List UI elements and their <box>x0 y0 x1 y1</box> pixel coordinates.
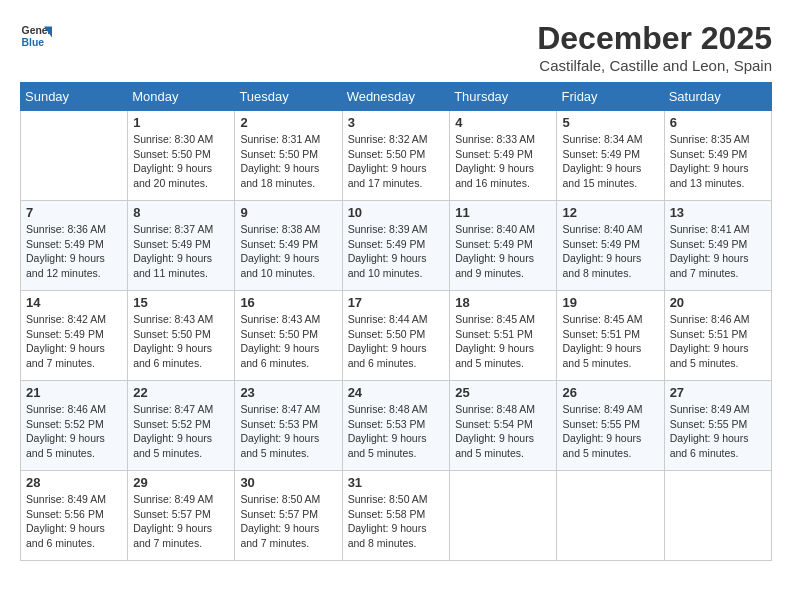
location-subtitle: Castilfale, Castille and Leon, Spain <box>537 57 772 74</box>
day-info: Sunrise: 8:40 AMSunset: 5:49 PMDaylight:… <box>455 222 551 281</box>
day-info: Sunrise: 8:38 AMSunset: 5:49 PMDaylight:… <box>240 222 336 281</box>
day-number: 18 <box>455 295 551 310</box>
svg-text:Blue: Blue <box>22 37 45 48</box>
day-info: Sunrise: 8:44 AMSunset: 5:50 PMDaylight:… <box>348 312 445 371</box>
table-row: 31Sunrise: 8:50 AMSunset: 5:58 PMDayligh… <box>342 471 450 561</box>
day-info: Sunrise: 8:48 AMSunset: 5:53 PMDaylight:… <box>348 402 445 461</box>
day-number: 27 <box>670 385 766 400</box>
day-number: 3 <box>348 115 445 130</box>
table-row: 11Sunrise: 8:40 AMSunset: 5:49 PMDayligh… <box>450 201 557 291</box>
day-info: Sunrise: 8:32 AMSunset: 5:50 PMDaylight:… <box>348 132 445 191</box>
table-row: 5Sunrise: 8:34 AMSunset: 5:49 PMDaylight… <box>557 111 664 201</box>
day-number: 4 <box>455 115 551 130</box>
table-row: 25Sunrise: 8:48 AMSunset: 5:54 PMDayligh… <box>450 381 557 471</box>
day-info: Sunrise: 8:42 AMSunset: 5:49 PMDaylight:… <box>26 312 122 371</box>
day-number: 1 <box>133 115 229 130</box>
table-row: 23Sunrise: 8:47 AMSunset: 5:53 PMDayligh… <box>235 381 342 471</box>
day-number: 17 <box>348 295 445 310</box>
day-number: 2 <box>240 115 336 130</box>
day-number: 20 <box>670 295 766 310</box>
calendar-week-4: 21Sunrise: 8:46 AMSunset: 5:52 PMDayligh… <box>21 381 772 471</box>
day-number: 7 <box>26 205 122 220</box>
day-info: Sunrise: 8:47 AMSunset: 5:53 PMDaylight:… <box>240 402 336 461</box>
table-row: 6Sunrise: 8:35 AMSunset: 5:49 PMDaylight… <box>664 111 771 201</box>
day-info: Sunrise: 8:50 AMSunset: 5:58 PMDaylight:… <box>348 492 445 551</box>
col-friday: Friday <box>557 83 664 111</box>
day-number: 21 <box>26 385 122 400</box>
day-number: 9 <box>240 205 336 220</box>
day-info: Sunrise: 8:50 AMSunset: 5:57 PMDaylight:… <box>240 492 336 551</box>
col-wednesday: Wednesday <box>342 83 450 111</box>
logo-icon: General Blue <box>20 20 52 52</box>
table-row: 1Sunrise: 8:30 AMSunset: 5:50 PMDaylight… <box>128 111 235 201</box>
table-row: 3Sunrise: 8:32 AMSunset: 5:50 PMDaylight… <box>342 111 450 201</box>
table-row: 24Sunrise: 8:48 AMSunset: 5:53 PMDayligh… <box>342 381 450 471</box>
day-info: Sunrise: 8:49 AMSunset: 5:57 PMDaylight:… <box>133 492 229 551</box>
day-number: 13 <box>670 205 766 220</box>
day-number: 24 <box>348 385 445 400</box>
day-number: 8 <box>133 205 229 220</box>
day-info: Sunrise: 8:31 AMSunset: 5:50 PMDaylight:… <box>240 132 336 191</box>
table-row: 19Sunrise: 8:45 AMSunset: 5:51 PMDayligh… <box>557 291 664 381</box>
table-row: 9Sunrise: 8:38 AMSunset: 5:49 PMDaylight… <box>235 201 342 291</box>
day-info: Sunrise: 8:37 AMSunset: 5:49 PMDaylight:… <box>133 222 229 281</box>
table-row: 13Sunrise: 8:41 AMSunset: 5:49 PMDayligh… <box>664 201 771 291</box>
calendar-week-5: 28Sunrise: 8:49 AMSunset: 5:56 PMDayligh… <box>21 471 772 561</box>
day-number: 16 <box>240 295 336 310</box>
table-row: 30Sunrise: 8:50 AMSunset: 5:57 PMDayligh… <box>235 471 342 561</box>
day-number: 30 <box>240 475 336 490</box>
day-info: Sunrise: 8:30 AMSunset: 5:50 PMDaylight:… <box>133 132 229 191</box>
table-row: 28Sunrise: 8:49 AMSunset: 5:56 PMDayligh… <box>21 471 128 561</box>
day-number: 29 <box>133 475 229 490</box>
day-info: Sunrise: 8:46 AMSunset: 5:52 PMDaylight:… <box>26 402 122 461</box>
day-number: 26 <box>562 385 658 400</box>
day-info: Sunrise: 8:46 AMSunset: 5:51 PMDaylight:… <box>670 312 766 371</box>
month-title: December 2025 <box>537 20 772 57</box>
table-row: 21Sunrise: 8:46 AMSunset: 5:52 PMDayligh… <box>21 381 128 471</box>
table-row: 22Sunrise: 8:47 AMSunset: 5:52 PMDayligh… <box>128 381 235 471</box>
day-number: 31 <box>348 475 445 490</box>
day-info: Sunrise: 8:49 AMSunset: 5:55 PMDaylight:… <box>670 402 766 461</box>
day-number: 28 <box>26 475 122 490</box>
day-info: Sunrise: 8:35 AMSunset: 5:49 PMDaylight:… <box>670 132 766 191</box>
table-row <box>450 471 557 561</box>
calendar-week-3: 14Sunrise: 8:42 AMSunset: 5:49 PMDayligh… <box>21 291 772 381</box>
day-info: Sunrise: 8:33 AMSunset: 5:49 PMDaylight:… <box>455 132 551 191</box>
day-number: 19 <box>562 295 658 310</box>
day-number: 6 <box>670 115 766 130</box>
table-row: 12Sunrise: 8:40 AMSunset: 5:49 PMDayligh… <box>557 201 664 291</box>
day-info: Sunrise: 8:45 AMSunset: 5:51 PMDaylight:… <box>562 312 658 371</box>
calendar-week-2: 7Sunrise: 8:36 AMSunset: 5:49 PMDaylight… <box>21 201 772 291</box>
day-number: 5 <box>562 115 658 130</box>
day-number: 25 <box>455 385 551 400</box>
day-info: Sunrise: 8:41 AMSunset: 5:49 PMDaylight:… <box>670 222 766 281</box>
day-number: 11 <box>455 205 551 220</box>
calendar-week-1: 1Sunrise: 8:30 AMSunset: 5:50 PMDaylight… <box>21 111 772 201</box>
table-row <box>21 111 128 201</box>
calendar-table: Sunday Monday Tuesday Wednesday Thursday… <box>20 82 772 561</box>
col-thursday: Thursday <box>450 83 557 111</box>
day-info: Sunrise: 8:49 AMSunset: 5:55 PMDaylight:… <box>562 402 658 461</box>
day-info: Sunrise: 8:49 AMSunset: 5:56 PMDaylight:… <box>26 492 122 551</box>
table-row: 29Sunrise: 8:49 AMSunset: 5:57 PMDayligh… <box>128 471 235 561</box>
day-number: 15 <box>133 295 229 310</box>
day-number: 10 <box>348 205 445 220</box>
table-row <box>664 471 771 561</box>
table-row: 10Sunrise: 8:39 AMSunset: 5:49 PMDayligh… <box>342 201 450 291</box>
table-row: 2Sunrise: 8:31 AMSunset: 5:50 PMDaylight… <box>235 111 342 201</box>
day-info: Sunrise: 8:34 AMSunset: 5:49 PMDaylight:… <box>562 132 658 191</box>
day-number: 14 <box>26 295 122 310</box>
table-row: 18Sunrise: 8:45 AMSunset: 5:51 PMDayligh… <box>450 291 557 381</box>
table-row: 8Sunrise: 8:37 AMSunset: 5:49 PMDaylight… <box>128 201 235 291</box>
logo: General Blue <box>20 20 52 52</box>
day-number: 23 <box>240 385 336 400</box>
table-row: 17Sunrise: 8:44 AMSunset: 5:50 PMDayligh… <box>342 291 450 381</box>
page-header: General Blue December 2025 Castilfale, C… <box>20 20 772 74</box>
day-info: Sunrise: 8:36 AMSunset: 5:49 PMDaylight:… <box>26 222 122 281</box>
table-row: 7Sunrise: 8:36 AMSunset: 5:49 PMDaylight… <box>21 201 128 291</box>
col-tuesday: Tuesday <box>235 83 342 111</box>
col-saturday: Saturday <box>664 83 771 111</box>
table-row: 4Sunrise: 8:33 AMSunset: 5:49 PMDaylight… <box>450 111 557 201</box>
day-info: Sunrise: 8:39 AMSunset: 5:49 PMDaylight:… <box>348 222 445 281</box>
day-info: Sunrise: 8:47 AMSunset: 5:52 PMDaylight:… <box>133 402 229 461</box>
